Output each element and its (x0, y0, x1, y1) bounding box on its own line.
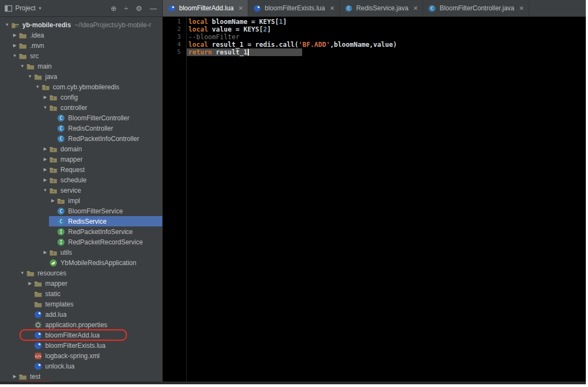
tree-item-application-properties[interactable]: application.properties (0, 320, 162, 330)
chevron-collapsed-icon[interactable]: ▶ (49, 195, 57, 206)
tree-item-config[interactable]: ▶config (0, 92, 162, 102)
locate-file-icon[interactable]: ⊕ (111, 5, 117, 12)
code-line-1[interactable]: 1local bloomName = KEYS[1] (163, 18, 586, 26)
tree-item-ybmobileredisapplication[interactable]: YbMobileRedisApplication (0, 257, 162, 268)
chevron-collapsed-icon[interactable]: ▶ (41, 92, 49, 102)
tree-item-bloomfilteradd-lua[interactable]: bloomFilterAdd.lua (0, 330, 162, 340)
tree-item-yb-mobile-redis[interactable]: ▼yb-mobile-redis~/IdeaProjects/yb-mobile… (0, 20, 162, 30)
tree-item-test[interactable]: ▶test (0, 371, 162, 382)
tree-item-resources[interactable]: ▼resources (0, 268, 162, 278)
chevron-collapsed-icon[interactable]: ▶ (41, 154, 49, 164)
chevron-collapsed-icon[interactable]: ▶ (11, 30, 19, 40)
tree-item-request[interactable]: ▶Request (0, 164, 162, 175)
chevron-expanded-icon[interactable]: ▼ (26, 71, 34, 82)
close-tab-icon[interactable]: × (519, 4, 524, 12)
code-token: 2 (263, 26, 267, 33)
tree-item-mvn[interactable]: ▶.mvn (0, 40, 162, 51)
tree-item-content: ▶mapper (41, 154, 162, 164)
code-line-4[interactable]: 4local result_1 = redis.call('BF.ADD',bl… (163, 41, 586, 48)
code-line-2[interactable]: 2local value = KEYS[2] (163, 26, 586, 33)
chevron-collapsed-icon[interactable]: ▶ (41, 164, 49, 175)
close-tab-icon[interactable]: × (413, 4, 418, 12)
class-icon: C (57, 114, 65, 122)
tree-item-domain[interactable]: ▶domain (0, 144, 162, 154)
code-area[interactable]: 1local bloomName = KEYS[1]2local value =… (163, 17, 586, 56)
indent-spacer (0, 113, 49, 123)
tree-item-content: YbMobileRedisApplication (41, 257, 162, 268)
tab-bloomfiltercontroller-java[interactable]: CBloomFilterController.java× (423, 0, 529, 16)
package-icon (41, 83, 50, 91)
indent-spacer (0, 164, 41, 175)
tree-item-redpacketinfoservice[interactable]: IRedPacketInfoService (0, 226, 162, 237)
tree-item-label: application.properties (45, 321, 107, 329)
tree-item-src[interactable]: ▼src (0, 51, 162, 61)
hide-panel-icon[interactable]: — (150, 5, 157, 12)
svg-text:C: C (59, 126, 62, 131)
tree-item-redpacketrecordservice[interactable]: IRedPacketRecordService (0, 237, 162, 247)
tree-item-mapper[interactable]: ▶mapper (0, 278, 162, 288)
tree-item-com-cyb-ybmobileredis[interactable]: ▼com.cyb.ybmobileredis (0, 82, 162, 92)
chevron-collapsed-icon[interactable]: ▶ (41, 175, 49, 185)
code-token: call (279, 41, 295, 48)
chevron-down-icon[interactable]: ▾ (39, 5, 41, 11)
tree-item-redisservice[interactable]: CRedisService (0, 216, 162, 226)
tree-item-bloomfilterservice[interactable]: CBloomFilterService (0, 206, 162, 216)
chevron-collapsed-icon[interactable]: ▶ (26, 278, 34, 288)
chevron-expanded-icon[interactable]: ▼ (19, 61, 26, 71)
tree-item-unlock-lua[interactable]: unlock.lua (0, 361, 162, 371)
tree-item-static[interactable]: static (0, 288, 162, 299)
tab-redisservice-java[interactable]: CRedisService.java× (340, 0, 423, 16)
tree-item-templates[interactable]: templates (0, 299, 162, 309)
tree-item-java[interactable]: ▼java (0, 71, 162, 82)
tree-item-label: BloomFilterService (68, 207, 123, 215)
chevron-collapsed-icon[interactable]: ▶ (11, 371, 19, 382)
tree-item-label: java (45, 73, 57, 81)
tree-item-content: ▶impl (49, 195, 162, 206)
chevron-expanded-icon[interactable]: ▼ (34, 82, 41, 92)
settings-gear-icon[interactable]: ⚙ (136, 5, 142, 12)
chevron-expanded-icon[interactable]: ▼ (3, 20, 11, 30)
code-line-5[interactable]: 5return result_1 (163, 48, 586, 56)
lua-icon (34, 331, 42, 340)
tree-item-mapper[interactable]: ▶mapper (0, 154, 162, 164)
xml-icon: </> (34, 352, 42, 360)
chevron-expanded-icon[interactable]: ▼ (41, 102, 49, 113)
tree-item-main[interactable]: ▼main (0, 61, 162, 71)
indent-spacer (0, 257, 41, 268)
indent-spacer (0, 247, 41, 257)
tab-bloomfilterexists-lua[interactable]: bloomFilterExists.lua× (248, 0, 340, 16)
chevron-expanded-icon[interactable]: ▼ (11, 51, 19, 61)
tree-item-idea[interactable]: ▶.idea (0, 30, 162, 40)
folder-icon (19, 31, 27, 40)
chevron-expanded-icon[interactable]: ▼ (41, 185, 49, 195)
tree-item-bloomfilterexists-lua[interactable]: bloomFilterExists.lua (0, 340, 162, 351)
tree-item-impl[interactable]: ▶impl (0, 195, 162, 206)
close-tab-icon[interactable]: × (238, 4, 243, 12)
chevron-expanded-icon[interactable]: ▼ (19, 268, 26, 278)
indent-spacer (0, 299, 26, 309)
code-token: 'BF.ADD' (298, 41, 330, 48)
tree-item-bloomfiltercontroller[interactable]: CBloomFilterController (0, 113, 162, 123)
tree-item-controller[interactable]: ▼controller (0, 102, 162, 113)
close-tab-icon[interactable]: × (330, 4, 334, 12)
chevron-collapsed-icon[interactable]: ▶ (41, 144, 49, 154)
tree-item-redpacketinfocontroller[interactable]: CRedPacketInfoController (0, 133, 162, 144)
collapse-all-icon[interactable]: ÷ (124, 5, 128, 12)
project-panel-title[interactable]: Project (15, 4, 35, 12)
code-line-3[interactable]: 3--bloomFilter (163, 33, 586, 41)
tree-item-rediscontroller[interactable]: CRedisController (0, 123, 162, 133)
indent-spacer (0, 40, 11, 51)
editor[interactable]: 1local bloomName = KEYS[1]2local value =… (162, 17, 586, 382)
tree-item-label: resources (38, 269, 66, 277)
tree-item-service[interactable]: ▼service (0, 185, 162, 195)
project-tool-window-icon[interactable] (4, 4, 13, 13)
tab-bloomfilteradd-lua[interactable]: bloomFilterAdd.lua× (163, 0, 248, 16)
indent-spacer (0, 330, 26, 340)
chevron-collapsed-icon[interactable]: ▶ (11, 40, 19, 51)
tree-item-schedule[interactable]: ▶schedule (0, 175, 162, 185)
tree-item-add-lua[interactable]: add.lua (0, 309, 162, 320)
chevron-collapsed-icon[interactable]: ▶ (41, 247, 49, 257)
indent-spacer (0, 237, 49, 247)
tree-item-utils[interactable]: ▶utils (0, 247, 162, 257)
tree-item-logback-spring-xml[interactable]: </>logback-spring.xml (0, 351, 162, 361)
